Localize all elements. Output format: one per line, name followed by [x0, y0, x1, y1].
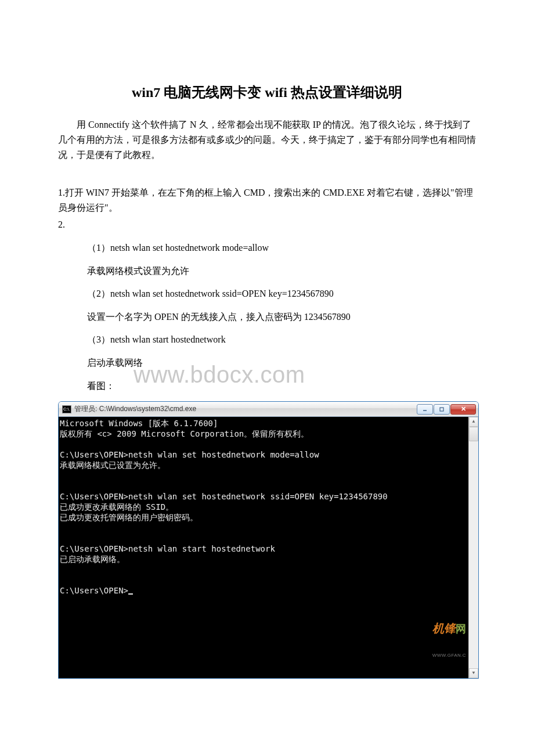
cmd-icon: C:\. [62, 405, 71, 413]
command-1: （1）netsh wlan set hostednetwork mode=all… [58, 240, 476, 255]
step-1: 1.打开 WIN7 开始菜单，在左下角的框上输入 CMD，搜索出来的 CMD.E… [58, 185, 476, 215]
cmd-titlebar[interactable]: C:\. 管理员: C:\Windows\system32\cmd.exe ✕ [59, 402, 478, 417]
scroll-track[interactable] [469, 441, 478, 668]
desc-2: 设置一个名字为 OPEN 的无线接入点，接入点密码为 1234567890 [58, 309, 476, 325]
cmd-title-text: 管理员: C:\Windows\system32\cmd.exe [74, 404, 416, 415]
command-2: （2）netsh wlan set hostednetwork ssid=OPE… [58, 286, 476, 301]
scroll-down-icon[interactable]: ▼ [469, 668, 478, 678]
desc-3: 启动承载网络 [58, 355, 476, 370]
see-figure: 看图： [58, 379, 476, 394]
desc-1: 承载网络模式设置为允许 [58, 264, 476, 279]
command-3: （3）netsh wlan start hostednetwork [58, 332, 476, 347]
minimize-button[interactable] [417, 404, 433, 415]
cmd-scrollbar[interactable]: ▲ ▼ [468, 417, 478, 678]
intro-paragraph: 用 Connectify 这个软件搞了 N 久，经常都会出现不能获取 IP 的情… [58, 117, 476, 162]
svg-rect-1 [440, 408, 443, 411]
cmd-window: C:\. 管理员: C:\Windows\system32\cmd.exe ✕ … [58, 401, 479, 679]
page-title: win7 电脑无线网卡变 wifi 热点设置详细说明 [58, 81, 476, 103]
cmd-output: Microsoft Windows [版本 6.1.7600] 版权所有 <c>… [59, 417, 468, 678]
maximize-button[interactable] [434, 404, 450, 415]
scroll-thumb[interactable] [469, 427, 478, 441]
scroll-up-icon[interactable]: ▲ [469, 417, 478, 427]
step-2: 2. [58, 217, 476, 232]
corner-watermark: 机锋网 WWW.GFAN.C [432, 604, 466, 676]
close-button[interactable]: ✕ [450, 404, 476, 415]
